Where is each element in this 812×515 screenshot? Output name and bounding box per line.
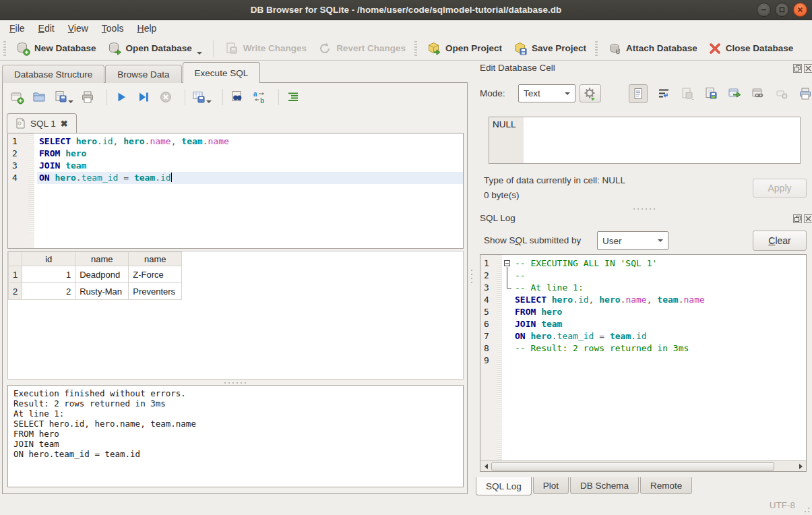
menu-edit[interactable]: Edit xyxy=(32,22,61,35)
text-cursor xyxy=(171,173,173,182)
gutter-margin xyxy=(497,258,502,270)
print-sql-button[interactable] xyxy=(79,88,96,106)
dock-close-button[interactable] xyxy=(804,64,812,73)
dock-float-button[interactable] xyxy=(793,214,802,223)
scroll-right-button[interactable] xyxy=(795,461,806,471)
attach-database-button[interactable]: Attach Database xyxy=(602,38,703,59)
write-changes-button[interactable]: Write Changes xyxy=(219,38,312,59)
horizontal-scrollbar[interactable] xyxy=(480,460,806,471)
copy-link-button[interactable] xyxy=(751,86,766,101)
toolbar-handle[interactable] xyxy=(3,41,6,56)
line-number: 7 xyxy=(480,330,497,342)
stop-button[interactable] xyxy=(157,88,175,106)
splitter-handle[interactable] xyxy=(3,381,467,384)
table-cell[interactable]: 2 xyxy=(22,283,75,300)
tab-plot[interactable]: Plot xyxy=(533,477,569,494)
fold-margin xyxy=(502,318,513,330)
menu-tools[interactable]: Tools xyxy=(95,22,131,35)
splitter-handle[interactable] xyxy=(470,263,473,290)
tab-remote[interactable]: Remote xyxy=(640,477,692,494)
minimize-button[interactable] xyxy=(757,3,771,17)
chevron-down-icon xyxy=(565,92,570,95)
fold-margin[interactable] xyxy=(502,258,513,270)
sql-tab[interactable]: SQL 1 ✖ xyxy=(7,113,77,133)
open-database-button[interactable]: Open Database xyxy=(102,38,208,59)
open-sql-file-button[interactable] xyxy=(30,88,48,106)
save-project-button[interactable]: Save Project xyxy=(507,38,592,59)
scroll-left-button[interactable] xyxy=(480,461,491,471)
toolbar-handle[interactable] xyxy=(414,41,417,56)
export-cell-button[interactable] xyxy=(727,86,742,101)
line-number: 6 xyxy=(480,318,497,330)
open-project-button[interactable]: Open Project xyxy=(421,38,507,59)
save-sql-file-button[interactable] xyxy=(53,88,74,106)
line-number: 4 xyxy=(480,294,497,306)
execution-message-box[interactable]: Execution finished without errors. Resul… xyxy=(7,385,464,487)
mode-combo[interactable]: Text xyxy=(518,84,575,102)
import-cell-button[interactable] xyxy=(680,86,695,101)
row-header[interactable]: 2 xyxy=(9,283,22,300)
column-header[interactable]: id xyxy=(22,252,75,266)
resize-grip[interactable] xyxy=(802,505,810,513)
word-wrap-button[interactable] xyxy=(656,86,671,101)
menu-file[interactable]: File xyxy=(3,22,32,35)
attach-database-icon xyxy=(607,41,622,56)
splitter-handle[interactable] xyxy=(476,207,812,210)
clear-log-button[interactable]: Clear xyxy=(753,231,807,251)
corner-header[interactable] xyxy=(9,252,22,266)
replace-button[interactable]: a b xyxy=(251,88,268,106)
gear-icon xyxy=(584,87,597,100)
close-database-button[interactable]: Close Database xyxy=(703,39,799,58)
fold-collapse-icon[interactable] xyxy=(504,260,510,266)
save-results-dropdown-icon[interactable] xyxy=(206,100,212,103)
menu-view[interactable]: View xyxy=(61,22,95,35)
code-line: 9 xyxy=(480,355,806,367)
table-cell[interactable]: 1 xyxy=(22,266,75,283)
stop-icon xyxy=(159,90,173,104)
menu-help[interactable]: Help xyxy=(131,22,164,35)
dock-float-button[interactable] xyxy=(793,64,802,73)
tab-browse-data[interactable]: Browse Data xyxy=(105,65,181,83)
open-database-dropdown-icon[interactable] xyxy=(197,52,202,55)
print-cell-button[interactable] xyxy=(798,86,812,101)
text-mode-button[interactable] xyxy=(629,84,648,103)
new-database-button[interactable]: New Database xyxy=(10,38,102,59)
scrollbar-thumb[interactable] xyxy=(491,462,774,471)
auto-mode-button[interactable] xyxy=(580,84,601,102)
execute-line-button[interactable] xyxy=(135,88,152,106)
table-cell[interactable]: Deadpond xyxy=(75,266,129,283)
format-sql-button[interactable] xyxy=(284,88,302,106)
sql-log-view[interactable]: 1-- EXECUTING ALL IN 'SQL 1'2--3-- At li… xyxy=(480,254,807,472)
sql-tab-close-icon[interactable]: ✖ xyxy=(61,119,68,129)
tab-sql-log[interactable]: SQL Log xyxy=(476,477,532,495)
tab-db-schema[interactable]: DB Schema xyxy=(570,477,639,494)
save-results-button[interactable] xyxy=(191,88,212,106)
code-line: 4SELECT hero.id, hero.name, team.name xyxy=(480,294,806,306)
save-cell-button[interactable] xyxy=(704,86,718,101)
close-button[interactable] xyxy=(793,3,807,17)
find-button[interactable] xyxy=(228,88,246,106)
toolbar-handle[interactable] xyxy=(595,41,598,56)
execute-all-icon xyxy=(115,90,128,104)
tab-database-structure[interactable]: Database Structure xyxy=(2,65,104,83)
table-cell[interactable]: Preventers xyxy=(129,283,182,300)
cell-editor[interactable]: NULL xyxy=(489,117,801,164)
row-header[interactable]: 1 xyxy=(9,266,22,283)
new-sql-tab-button[interactable] xyxy=(8,88,26,106)
tab-execute-sql[interactable]: Execute SQL xyxy=(183,62,261,83)
set-null-button[interactable] xyxy=(774,86,789,101)
execute-all-button[interactable] xyxy=(113,88,130,106)
save-sql-dropdown-icon[interactable] xyxy=(68,100,73,103)
column-header[interactable]: name xyxy=(129,252,182,266)
sql-editor[interactable]: 1SELECT hero.id, hero.name, team.name2FR… xyxy=(7,133,464,249)
revert-changes-button[interactable]: Revert Changes xyxy=(312,38,411,59)
cell-size-info: 0 byte(s) xyxy=(484,190,520,200)
table-cell[interactable]: Z-Force xyxy=(129,266,182,283)
column-header[interactable]: name xyxy=(75,252,129,266)
log-filter-combo[interactable]: User xyxy=(597,231,668,250)
dock-close-button[interactable] xyxy=(804,214,812,223)
sql-log-dock-title: SQL Log xyxy=(480,213,516,223)
maximize-button[interactable] xyxy=(775,3,789,17)
apply-button[interactable]: Apply xyxy=(753,179,807,198)
table-cell[interactable]: Rusty-Man xyxy=(75,283,129,300)
